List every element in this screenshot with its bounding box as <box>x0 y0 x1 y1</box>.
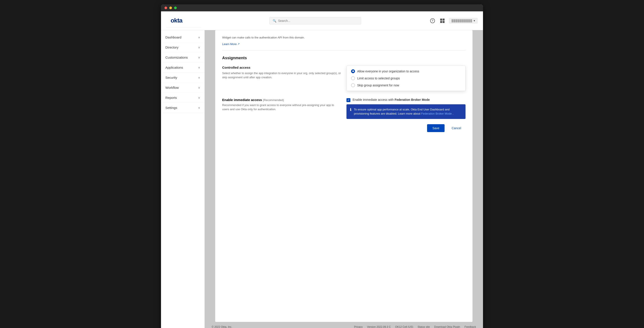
sidebar-item-security[interactable]: Security ∨ <box>161 73 204 83</box>
external-link-icon: ↗ <box>238 43 240 46</box>
controlled-access-desc: Select whether to assign the app integra… <box>222 71 341 80</box>
sidebar-item-label: Settings <box>165 106 177 110</box>
sidebar-item-settings[interactable]: Settings ∨ <box>161 103 204 113</box>
footer-version: Version 2022.09.3 C <box>367 325 391 328</box>
content-area: Widget can make calls to the authenticat… <box>205 30 483 328</box>
action-buttons: Save Cancel <box>222 124 466 132</box>
cancel-button[interactable]: Cancel <box>447 124 466 132</box>
chevron-down-icon: ∨ <box>198 76 200 79</box>
sidebar-item-label: Directory <box>165 46 178 49</box>
radio-label-skip: Skip group assignment for now <box>357 84 399 87</box>
sidebar-item-label: Applications <box>165 66 183 69</box>
enable-access-row: Enable immediate access (Recommended) Re… <box>222 98 466 119</box>
footer-privacy-link[interactable]: Privacy <box>354 325 363 328</box>
browser-frame: okta 🔍 ? ██████ <box>161 4 483 328</box>
radio-unselected-icon <box>351 76 355 80</box>
search-bar: 🔍 <box>269 17 361 25</box>
federation-broker-mode-link[interactable]: Federation Broker Mode <box>421 112 452 115</box>
enable-access-desc: Recommended if you want to grant access … <box>222 103 341 112</box>
chevron-down-icon: ∨ <box>198 66 200 69</box>
enable-access-left: Enable immediate access (Recommended) Re… <box>222 98 341 119</box>
info-text: To ensure optimal app performance at sca… <box>354 107 462 116</box>
checkbox-row: Enable immediate access with Federation … <box>346 98 466 102</box>
sidebar-item-applications[interactable]: Applications ∨ <box>161 63 204 73</box>
footer-feedback-link[interactable]: Feedback <box>464 325 476 328</box>
okta-logo: okta <box>166 14 201 28</box>
grid-button[interactable] <box>439 18 446 24</box>
help-icon: ? <box>430 18 435 23</box>
footer: © 2022 Okta, Inc. Privacy Version 2022.0… <box>205 322 483 328</box>
sidebar-item-reports[interactable]: Reports ∨ <box>161 93 204 103</box>
sidebar-item-label: Reports <box>165 96 177 100</box>
radio-unselected-icon <box>351 83 355 87</box>
topbar: okta 🔍 ? ██████ <box>161 11 483 30</box>
help-button[interactable]: ? <box>429 17 436 24</box>
checkbox-checked-icon[interactable] <box>346 98 350 102</box>
enable-access-label: Enable immediate access (Recommended) <box>222 98 341 102</box>
app-layout: Dashboard ∨ Directory ∨ Customizations ∨… <box>161 30 483 328</box>
info-icon: ℹ <box>350 108 351 112</box>
chevron-down-icon: ∨ <box>198 106 200 109</box>
section-title: Assignments <box>222 56 466 60</box>
radio-option-everyone[interactable]: Allow everyone in your organization to a… <box>351 69 461 73</box>
top-description: Widget can make calls to the authenticat… <box>222 36 466 40</box>
radio-label-groups: Limit access to selected groups <box>357 77 400 80</box>
chevron-down-icon: ∨ <box>198 56 200 59</box>
search-input[interactable] <box>278 19 358 23</box>
chevron-down-icon: ∨ <box>198 46 200 49</box>
controlled-access-left: Controlled access Select whether to assi… <box>222 66 341 91</box>
user-menu[interactable]: ██████████ ▾ <box>449 18 478 24</box>
sidebar-item-label: Customizations <box>165 56 188 59</box>
learn-more-link[interactable]: Learn More ↗ <box>222 43 240 46</box>
sidebar-item-label: Dashboard <box>165 36 181 39</box>
user-label: ██████████ <box>452 19 472 22</box>
radio-options-popup: Allow everyone in your organization to a… <box>346 66 466 91</box>
footer-cell: OK12 Cell (US) <box>395 325 413 328</box>
enable-access-right: Enable immediate access with Federation … <box>346 98 466 119</box>
radio-option-selected-groups[interactable]: Limit access to selected groups <box>351 76 461 80</box>
checkbox-label: Enable immediate access with Federation … <box>352 98 430 102</box>
info-box: ℹ To ensure optimal app performance at s… <box>346 104 466 119</box>
top-section: Widget can make calls to the authenticat… <box>222 36 466 51</box>
footer-status-link[interactable]: Status site <box>418 325 430 328</box>
browser-dot-green[interactable] <box>174 7 177 9</box>
topbar-right: ? ██████████ ▾ <box>429 17 478 24</box>
sidebar-item-customizations[interactable]: Customizations ∨ <box>161 53 204 63</box>
chevron-down-icon: ∨ <box>198 36 200 39</box>
sidebar-item-label: Security <box>165 76 177 79</box>
chevron-down-icon: ∨ <box>198 96 200 99</box>
sidebar-item-label: Workflow <box>165 86 179 89</box>
sidebar-item-workflow[interactable]: Workflow ∨ <box>161 83 204 93</box>
content-card: Widget can make calls to the authenticat… <box>215 30 472 322</box>
footer-plugin-link[interactable]: Download Okta Plugin <box>434 325 460 328</box>
search-icon: 🔍 <box>273 19 276 23</box>
footer-links: Privacy Version 2022.09.3 C OK12 Cell (U… <box>354 325 476 328</box>
sidebar-item-directory[interactable]: Directory ∨ <box>161 43 204 53</box>
browser-dot-red[interactable] <box>164 7 167 9</box>
footer-copyright: © 2022 Okta, Inc. <box>212 325 232 328</box>
controlled-access-label: Controlled access <box>222 66 341 69</box>
save-button[interactable]: Save <box>427 124 444 132</box>
sidebar-item-dashboard[interactable]: Dashboard ∨ <box>161 32 204 43</box>
grid-icon <box>440 19 444 23</box>
browser-dot-yellow[interactable] <box>169 7 172 9</box>
browser-chrome <box>161 4 483 11</box>
radio-selected-icon <box>351 69 355 73</box>
radio-option-skip[interactable]: Skip group assignment for now <box>351 83 461 87</box>
recommended-tag: (Recommended) <box>263 98 284 102</box>
chevron-down-icon: ▾ <box>474 19 475 22</box>
assignments-section: Assignments Controlled access Select whe… <box>222 56 466 132</box>
sidebar: Dashboard ∨ Directory ∨ Customizations ∨… <box>161 30 205 328</box>
radio-label-everyone: Allow everyone in your organization to a… <box>357 70 419 73</box>
right-column: Widget can make calls to the authenticat… <box>205 30 483 328</box>
chevron-down-icon: ∨ <box>198 86 200 89</box>
assignments-grid: Controlled access Select whether to assi… <box>222 66 466 91</box>
